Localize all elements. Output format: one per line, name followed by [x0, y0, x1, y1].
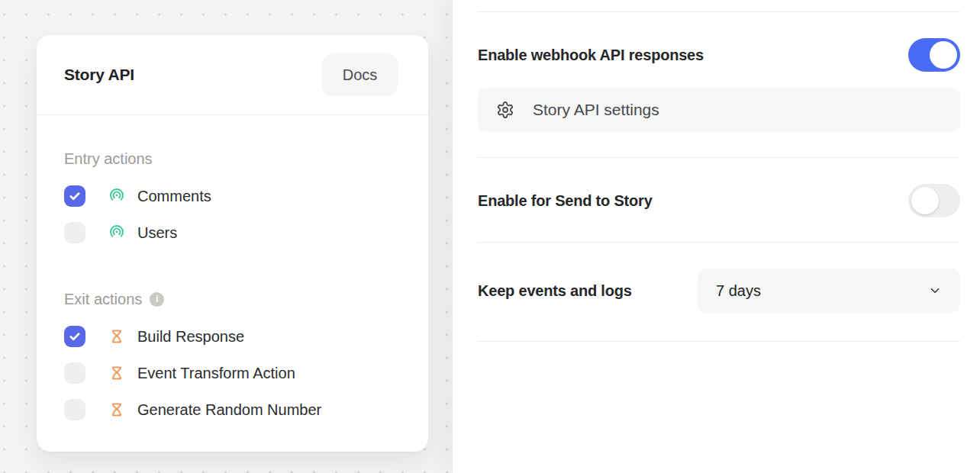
webhook-responses-row: Enable webhook API responses: [478, 38, 960, 72]
broadcast-icon: [108, 224, 126, 242]
toggle-knob: [911, 187, 939, 214]
action-row-build-response[interactable]: Build Response: [64, 318, 401, 355]
build-response-checkbox[interactable]: [64, 326, 85, 347]
action-label: Build Response: [137, 328, 244, 346]
card-title: Story API: [64, 66, 134, 84]
broadcast-icon: [108, 187, 126, 205]
chevron-down-icon: [928, 284, 942, 298]
action-label: Users: [137, 224, 177, 242]
divider: [478, 157, 960, 158]
send-to-story-label: Enable for Send to Story: [478, 192, 653, 210]
story-api-settings-button[interactable]: Story API settings: [478, 88, 960, 132]
story-api-node-card: Story API Docs Entry actions: [37, 35, 428, 452]
action-row-event-transform[interactable]: Event Transform Action: [64, 355, 401, 391]
send-to-story-toggle[interactable]: [908, 184, 960, 217]
settings-panel: Enable webhook API responses Story API s…: [452, 0, 980, 473]
action-row-generate-random[interactable]: Generate Random Number: [64, 391, 401, 428]
entry-actions-heading: Entry actions: [64, 149, 401, 169]
webhook-responses-label: Enable webhook API responses: [478, 47, 704, 64]
divider: [478, 341, 960, 342]
keep-events-label: Keep events and logs: [478, 282, 632, 300]
toggle-knob: [930, 41, 957, 69]
divider: [478, 11, 960, 12]
hourglass-icon: [108, 364, 126, 382]
hourglass-icon: [108, 327, 126, 346]
keep-events-row: Keep events and logs 7 days: [478, 269, 960, 313]
event-transform-checkbox[interactable]: [64, 362, 85, 384]
retention-select-value: 7 days: [716, 282, 761, 300]
action-label: Comments: [137, 188, 211, 205]
hourglass-icon: [108, 401, 126, 419]
docs-button[interactable]: Docs: [322, 53, 398, 96]
info-icon[interactable]: i: [150, 292, 164, 307]
story-api-settings-label: Story API settings: [533, 101, 659, 119]
exit-actions-label: Exit actions: [64, 289, 142, 309]
action-row-comments[interactable]: Comments: [64, 178, 401, 214]
send-to-story-row: Enable for Send to Story: [478, 184, 960, 217]
workflow-canvas[interactable]: Story API Docs Entry actions: [0, 0, 452, 473]
action-label: Generate Random Number: [137, 401, 321, 419]
check-icon: [68, 189, 82, 203]
gear-icon: [496, 101, 514, 119]
webhook-responses-toggle[interactable]: [908, 38, 960, 72]
card-header: Story API Docs: [37, 35, 428, 115]
generate-random-checkbox[interactable]: [64, 399, 85, 420]
entry-actions-label: Entry actions: [64, 149, 153, 169]
users-checkbox[interactable]: [64, 222, 85, 243]
app-window: Story API Docs Entry actions: [0, 0, 980, 473]
exit-actions-heading: Exit actions i: [64, 289, 401, 309]
card-body: Entry actions Comments: [37, 115, 428, 428]
action-label: Event Transform Action: [137, 365, 295, 382]
retention-select[interactable]: 7 days: [698, 269, 960, 313]
check-icon: [68, 330, 82, 343]
action-row-users[interactable]: Users: [64, 214, 401, 251]
comments-checkbox[interactable]: [64, 185, 85, 207]
divider: [478, 242, 960, 243]
